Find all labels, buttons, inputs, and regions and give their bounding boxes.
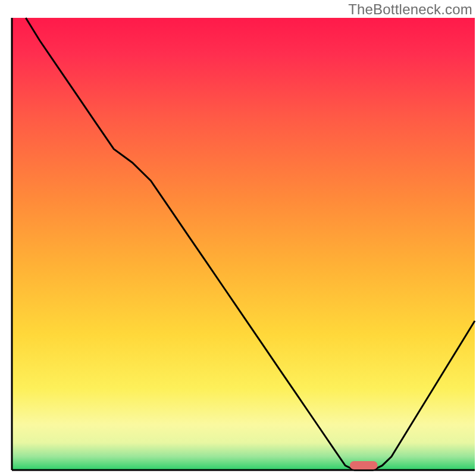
watermark-text: TheBottleneck.com: [348, 1, 472, 18]
chart-canvas: [0, 0, 476, 476]
optimal-range-marker: [350, 461, 378, 469]
plot-background: [12, 18, 475, 470]
